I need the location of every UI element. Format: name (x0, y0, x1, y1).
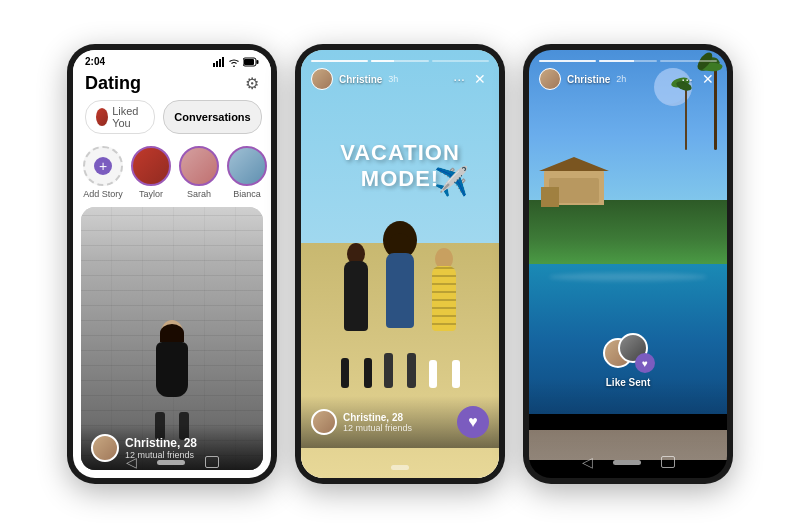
like-sent-label: Like Sent (606, 377, 650, 388)
close-icon-2[interactable]: ✕ (471, 70, 489, 88)
app-header: Dating ⚙ (73, 69, 271, 100)
home-btn-1[interactable] (157, 460, 185, 465)
more-icon-3[interactable]: ··· (681, 71, 693, 87)
progress-fill-3 (599, 60, 633, 62)
liked-you-avatar (96, 108, 108, 126)
svg-rect-2 (219, 59, 221, 67)
story-bianca[interactable]: Bianca (227, 146, 267, 199)
bottom-nav-1: ◁ (73, 454, 271, 470)
card-name: Christine, 28 (125, 436, 197, 450)
pool-shimmer (549, 273, 707, 281)
story-sarah[interactable]: Sarah (179, 146, 219, 199)
svg-rect-1 (216, 61, 218, 67)
svg-rect-5 (257, 60, 259, 64)
progress-bar-3-3 (660, 60, 717, 62)
phone-1-screen: 2:04 (73, 50, 271, 478)
progress-bar-1 (311, 60, 368, 62)
story-user-left-2: Christine 3h (311, 68, 398, 90)
status-bar-1: 2:04 (73, 50, 271, 69)
story-header-3: Christine 2h ··· ✕ (529, 50, 727, 90)
bianca-avatar (227, 146, 267, 186)
add-story-label: Add Story (83, 189, 123, 199)
home-pill-2 (391, 465, 409, 470)
svg-rect-3 (222, 57, 224, 67)
green-band-3 (529, 200, 727, 264)
story-user-avatar-3 (539, 68, 561, 90)
battery-icon (243, 57, 259, 67)
story-actions-3: ··· ✕ (681, 70, 717, 88)
add-plus-icon: + (94, 157, 112, 175)
story-header-2: Christine 3h ··· ✕ (301, 50, 499, 90)
woman-2 (379, 233, 421, 388)
progress-fill (371, 60, 394, 62)
back-btn-1[interactable]: ◁ (126, 454, 137, 470)
story-progress-3 (539, 60, 717, 62)
story-footer-2: Christine, 28 12 mutual friends ♥ (301, 396, 499, 448)
recent-btn-1[interactable] (205, 456, 219, 468)
taylor-avatar (131, 146, 171, 186)
woman-1 (335, 243, 377, 388)
sarah-label: Sarah (187, 189, 211, 199)
story-user-row-2: Christine 3h ··· ✕ (311, 68, 489, 90)
story-user-left-3: Christine 2h (539, 68, 626, 90)
woman-silhouette (147, 320, 197, 420)
phone-2-screen: VACATION MODE! ✈️ Christine (301, 50, 499, 478)
phone-2: VACATION MODE! ✈️ Christine (295, 44, 505, 484)
story-progress-2 (311, 60, 489, 62)
vacation-text: VACATION MODE! (301, 140, 499, 192)
progress-bar-3-2 (599, 60, 656, 62)
phone-1: 2:04 (67, 44, 277, 484)
story-time-3: 2h (616, 74, 626, 84)
bottom-nav-3: ◁ (529, 454, 727, 470)
progress-bar-2 (371, 60, 428, 62)
building-3 (541, 187, 559, 207)
plane-emoji: ✈️ (434, 165, 469, 198)
phone-3-screen: Christine 2h ··· ✕ (529, 50, 727, 478)
like-sent-container: ♥ Like Sent (603, 333, 653, 388)
story-time-2: 3h (388, 74, 398, 84)
profile-card[interactable]: Christine, 28 12 mutual friends (81, 207, 263, 470)
tab-liked-you[interactable]: Liked You (85, 100, 155, 134)
story-username-2: Christine (339, 74, 382, 85)
story-footer-name-2: Christine, 28 (343, 412, 412, 423)
home-pill-3 (613, 460, 641, 465)
more-icon-2[interactable]: ··· (453, 71, 465, 87)
app-title: Dating (85, 73, 141, 94)
bottom-nav-2 (301, 465, 499, 470)
heart-icon-3: ♥ (642, 358, 648, 369)
status-time: 2:04 (85, 56, 105, 67)
progress-bar-3 (432, 60, 489, 62)
phone-3: Christine 2h ··· ✕ (523, 44, 733, 484)
story-footer-text-2: Christine, 28 12 mutual friends (343, 412, 412, 433)
gear-icon[interactable]: ⚙ (245, 74, 259, 93)
add-story-avatar: + (83, 146, 123, 186)
woman-3 (423, 248, 465, 388)
back-btn-3[interactable]: ◁ (582, 454, 593, 470)
recent-btn-3[interactable] (661, 456, 675, 468)
woman-hair (160, 324, 184, 342)
heart-button-2[interactable]: ♥ (457, 406, 489, 438)
heart-icon-2: ♥ (468, 413, 478, 431)
svg-rect-0 (213, 63, 215, 67)
svg-rect-6 (244, 59, 254, 65)
story-taylor[interactable]: Taylor (131, 146, 171, 199)
story-fullscreen-2: VACATION MODE! ✈️ Christine (301, 50, 499, 478)
story-username-3: Christine (567, 74, 610, 85)
story-user-avatar-2 (311, 68, 333, 90)
progress-bar-3-1 (539, 60, 596, 62)
story-footer-mutual-2: 12 mutual friends (343, 423, 412, 433)
tabs-row: Liked You Conversations (73, 100, 271, 142)
close-icon-3[interactable]: ✕ (699, 70, 717, 88)
story-footer-avatar-2 (311, 409, 337, 435)
taylor-label: Taylor (139, 189, 163, 199)
tab-conversations[interactable]: Conversations (163, 100, 261, 134)
story-add[interactable]: + Add Story (83, 146, 123, 199)
women-group (335, 228, 465, 388)
story-actions-2: ··· ✕ (453, 70, 489, 88)
scene: 2:04 (0, 0, 800, 528)
bianca-label: Bianca (233, 189, 261, 199)
like-sent-avatars: ♥ (603, 333, 653, 373)
story-fullscreen-3: Christine 2h ··· ✕ (529, 50, 727, 478)
sarah-avatar (179, 146, 219, 186)
status-icons (213, 57, 259, 67)
